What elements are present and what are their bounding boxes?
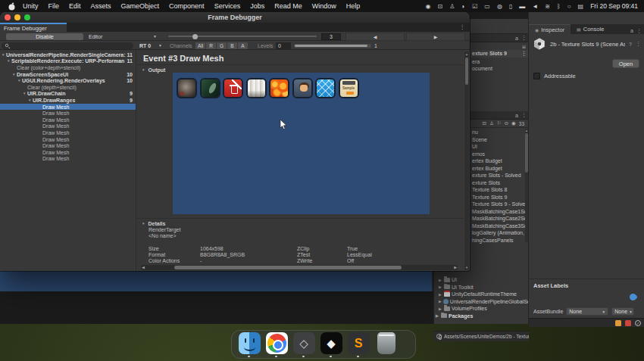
levels-slider[interactable]	[294, 44, 371, 48]
foldout-arrow-icon[interactable]: ▶	[439, 292, 442, 297]
event-tree-row[interactable]: ▼ Draw Mesh	[0, 104, 136, 110]
help-icon[interactable]: ?	[629, 42, 632, 47]
project-tree-row[interactable]: ▶ UI	[434, 276, 529, 284]
unity-editor-dock-icon[interactable]: ◆	[320, 331, 342, 357]
kebab-menu-icon[interactable]: ⋮	[460, 23, 470, 32]
close-button[interactable]	[5, 14, 11, 20]
menu-item[interactable]: Window	[312, 2, 336, 10]
finder-dock-icon[interactable]	[238, 331, 261, 357]
tab-console[interactable]: ▤ Console	[571, 24, 610, 34]
foldout-arrow-icon[interactable]: ▶	[439, 307, 442, 311]
kebab-menu-icon[interactable]: ⋮	[636, 41, 641, 47]
control-center-status-icon[interactable]: ▤	[578, 3, 584, 10]
minimize-button[interactable]	[14, 14, 20, 20]
vertical-scrollbar[interactable]: ▲ ▼	[464, 51, 469, 270]
kebab-menu-icon[interactable]: ⋮	[521, 35, 527, 41]
trash-dock-icon[interactable]	[374, 331, 397, 357]
event-tree-row[interactable]: ▼ Draw Mesh	[0, 156, 136, 163]
foldout-arrow-icon[interactable]: ▶	[439, 278, 442, 282]
menu-item[interactable]: File	[48, 2, 60, 10]
type-filter-icon[interactable]: ♙	[489, 120, 494, 126]
horizontal-scrollbar[interactable]: ◀ ▶	[141, 265, 458, 270]
add-icon[interactable]: ⊞	[522, 44, 526, 49]
visibility-icon[interactable]: ◉	[511, 120, 516, 126]
window-titlebar[interactable]: Frame Debugger	[0, 12, 470, 23]
filter-icon[interactable]: ⊡	[483, 120, 486, 126]
spotlight-status-icon[interactable]: ○	[567, 3, 571, 10]
display-status-icon[interactable]: ⊡	[437, 3, 442, 10]
recording-status-icon[interactable]: ◉	[425, 3, 430, 10]
apple-menu[interactable]	[6, 2, 17, 11]
kebab-menu-icon[interactable]: ⋮	[521, 112, 527, 118]
monitor-status-icon[interactable]: ▭	[484, 3, 490, 10]
event-tree-row[interactable]: ▼ UGUI.Rendering.RenderOverlays 10	[0, 77, 136, 84]
menu-item[interactable]: Component	[169, 2, 205, 10]
label-tag-icon[interactable]	[628, 292, 638, 302]
render-target-dropdown[interactable]: RT 0 ▼	[138, 42, 164, 49]
event-tree-row[interactable]: ▼ Draw Mesh	[0, 142, 136, 149]
menubar-clock[interactable]: Fri 20 Sep 09:41	[590, 2, 638, 10]
app-status-icon[interactable]: ◗	[461, 3, 465, 10]
foldout-arrow-icon[interactable]: ▶	[436, 313, 439, 318]
chrome-dock-icon[interactable]	[265, 331, 288, 357]
bluetooth-status-icon[interactable]: ᛒ	[557, 3, 561, 10]
scroll-right-icon[interactable]: ▶	[454, 265, 457, 270]
assetbundle-dropdown[interactable]: None ▼	[566, 307, 608, 316]
scroll-down-icon[interactable]: ▼	[464, 266, 469, 269]
slider-handle[interactable]	[192, 34, 198, 39]
bake-status-icon[interactable]	[615, 320, 621, 326]
assetbundle-variant-dropdown[interactable]: None ▼	[611, 307, 634, 316]
checkbox-status-icon[interactable]: ☑	[472, 3, 477, 10]
channel-button[interactable]: G	[217, 42, 227, 49]
tab-inspector[interactable]: ◉ Inspector	[529, 24, 571, 34]
event-tree-row[interactable]: ▼ DrawScreenSpaceUI 10	[0, 71, 136, 78]
battery-app-status-icon[interactable]: ▯	[509, 3, 512, 10]
project-tree-row[interactable]: ▶ Packages	[434, 313, 529, 320]
foldout-arrow-icon[interactable]: ▶	[439, 285, 442, 289]
scrollbar-thumb[interactable]	[174, 266, 402, 269]
channel-button[interactable]: All	[195, 42, 205, 49]
project-tree-row[interactable]: ▶ UnityDefaultRuntimeTheme	[434, 291, 529, 298]
lock-icon[interactable]: a	[515, 113, 518, 118]
foldout-arrow-icon[interactable]: ▼	[142, 222, 145, 226]
open-button[interactable]: Open	[612, 59, 639, 68]
addressable-checkbox[interactable]	[533, 73, 540, 79]
sublime-dock-icon[interactable]: S	[347, 331, 370, 357]
menu-item[interactable]: Unity	[23, 2, 39, 10]
event-tree-row[interactable]: ▼ Draw Mesh	[0, 149, 136, 156]
wifi-status-icon[interactable]: ≋	[545, 3, 550, 10]
previous-event-button[interactable]: ◀	[345, 33, 405, 41]
zoom-button[interactable]	[24, 14, 30, 20]
foldout-arrow-icon[interactable]: ▶	[439, 299, 442, 303]
tab-frame-debugger[interactable]: Frame Debugger	[0, 23, 67, 32]
event-tree-row[interactable]: ▼ ScriptableRenderer.Execute: URP-Perfor…	[0, 58, 136, 65]
scroll-left-icon[interactable]: ◀	[142, 265, 145, 270]
collab-status-icon[interactable]	[625, 320, 631, 326]
docker-status-icon[interactable]: ♙	[449, 3, 455, 10]
channel-button[interactable]: R	[206, 42, 216, 49]
menu-item[interactable]: Assets	[91, 2, 111, 10]
lock-icon[interactable]: a	[630, 28, 633, 34]
project-tree-row[interactable]: ▶ UniversalRenderPipelineGlobalSet	[434, 298, 529, 306]
channel-button[interactable]: A	[238, 42, 248, 49]
progress-check-icon[interactable]: ✓	[635, 320, 641, 326]
event-tree-row[interactable]: ▼ Draw Mesh	[0, 123, 136, 130]
event-tree-row[interactable]: ▼ UIR.DrawRanges 9	[0, 97, 136, 104]
event-tree-row[interactable]: ▼ Draw Mesh	[0, 117, 136, 123]
menu-item[interactable]: Help	[346, 2, 361, 10]
info-icon[interactable]: ⊙	[505, 120, 508, 126]
disable-button[interactable]: Disable	[6, 33, 83, 40]
event-tree-row[interactable]: ▼ Clear (color+depth+stencil)	[0, 64, 136, 71]
foldout-arrow-icon[interactable]: ▼	[142, 68, 145, 72]
event-tree-row[interactable]: ▼ Draw Mesh	[0, 129, 136, 136]
event-tree-row[interactable]: ▼ Draw Mesh	[0, 110, 136, 117]
menu-item[interactable]: Read Me	[274, 2, 302, 10]
label-filter-icon[interactable]: ⚐	[497, 120, 502, 126]
menu-item[interactable]: Jobs	[250, 2, 264, 10]
event-tree-row[interactable]: ▼ UniversalRenderPipeline.RenderSingleCa…	[0, 51, 136, 58]
unity-hub-dock-icon[interactable]: ◇	[292, 331, 315, 357]
search-input[interactable]	[2, 42, 133, 49]
menu-item[interactable]: Services	[214, 2, 241, 10]
target-dropdown[interactable]: Editor ▼	[86, 33, 159, 40]
volume-status-icon[interactable]: ◄	[532, 3, 538, 10]
